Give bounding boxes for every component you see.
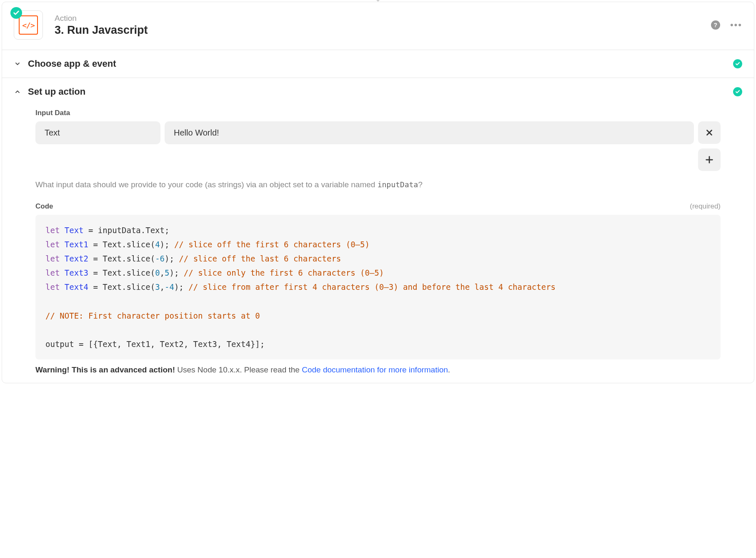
section-header-setup[interactable]: Set up action: [2, 78, 754, 106]
code-icon: </>: [19, 15, 38, 35]
input-data-label: Input Data: [35, 109, 721, 117]
input-data-help: What input data should we provide to you…: [35, 179, 721, 191]
section-complete-icon: [733, 87, 742, 96]
warning-text: Warning! This is an advanced action! Use…: [35, 365, 721, 375]
header-subtitle: Action: [55, 14, 711, 23]
section-complete-icon: [733, 59, 742, 68]
input-value-field[interactable]: [165, 121, 694, 144]
chevron-up-icon: [14, 88, 21, 95]
add-row-button[interactable]: [698, 148, 721, 171]
card-header: </> Action 3. Run Javascript ? •••: [2, 2, 754, 50]
remove-row-button[interactable]: [698, 121, 721, 144]
input-data-row: [35, 121, 721, 144]
header-title: 3. Run Javascript: [55, 24, 711, 37]
section-title: Choose app & event: [28, 58, 733, 69]
section-choose-app: Choose app & event: [2, 50, 754, 78]
action-card: </> Action 3. Run Javascript ? ••• Choos…: [2, 2, 754, 383]
chevron-down-icon: [14, 60, 21, 67]
input-key-field[interactable]: [35, 121, 160, 144]
more-menu-icon[interactable]: •••: [730, 20, 742, 30]
code-docs-link[interactable]: Code documentation for more information: [302, 365, 448, 374]
section-title: Set up action: [28, 86, 733, 97]
section-header-choose[interactable]: Choose app & event: [2, 50, 754, 78]
section-setup-action: Set up action Input Data: [2, 78, 754, 383]
code-label: Code (required): [35, 202, 721, 211]
required-indicator: (required): [690, 202, 721, 211]
section-body-setup: Input Data What input data should we pro…: [2, 106, 754, 383]
help-icon[interactable]: ?: [711, 20, 720, 30]
code-editor[interactable]: let Text = inputData.Text; let Text1 = T…: [35, 215, 721, 360]
status-check-badge: [10, 7, 22, 19]
